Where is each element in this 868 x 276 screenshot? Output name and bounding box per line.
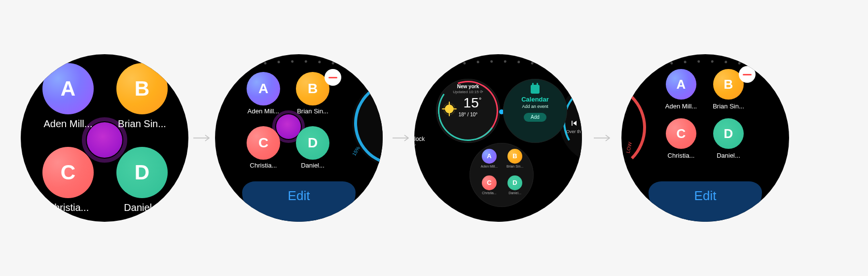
watch-screen-edit-widget: k 15% A Aden Mill... B Brian Sin... C Ch… bbox=[215, 54, 383, 222]
activity-ring-icon bbox=[354, 81, 383, 166]
avatar-a: A bbox=[482, 149, 497, 164]
contact-a-label: Aden Mill... bbox=[659, 103, 703, 110]
music-track-label: Over th bbox=[566, 129, 581, 134]
remove-widget-button[interactable] bbox=[739, 66, 756, 83]
contact-a: A Aden Mill... bbox=[240, 72, 287, 115]
contact-c: C Christia... bbox=[659, 118, 703, 159]
stage: A Aden Mill... B Brian Sin... C Christia… bbox=[0, 0, 868, 276]
page-indicator bbox=[414, 60, 582, 63]
widget-weather[interactable]: New york Updated 10:15 ⟳ 15° 18° / 10° bbox=[436, 79, 500, 143]
peek-clock-title: clock bbox=[414, 136, 425, 142]
contact-c: C Christia... bbox=[240, 126, 287, 169]
contact-b-label: Brian Sin... bbox=[289, 107, 336, 115]
contact-d-label: Daniel... bbox=[706, 152, 751, 159]
contact-a-label: Aden Mill... bbox=[34, 118, 103, 130]
contact-b-label: Brian Sin... bbox=[706, 103, 751, 110]
avatar-c: C bbox=[247, 126, 280, 160]
page-indicator bbox=[215, 60, 383, 63]
avatar-a: A bbox=[247, 72, 280, 105]
calendar-icon bbox=[531, 85, 540, 94]
contact-c-label: Christia... bbox=[34, 202, 103, 213]
arrow-right-icon bbox=[594, 134, 612, 142]
contact-a[interactable]: A Aden Mill... bbox=[34, 63, 103, 130]
edit-button[interactable]: Edit bbox=[242, 181, 356, 222]
previous-track-icon[interactable] bbox=[569, 118, 579, 128]
contact-b-label: Brian Sin... bbox=[502, 165, 528, 168]
avatar-c: C bbox=[666, 118, 696, 149]
avatar-d: D bbox=[713, 118, 744, 149]
contact-d-label: Daniel... bbox=[289, 162, 336, 169]
calendar-title: Calendar bbox=[503, 96, 567, 103]
avatar-a: A bbox=[42, 63, 94, 114]
contacts-grid: A Aden Mill... B Brian Sin... C Christia… bbox=[21, 54, 188, 222]
page-indicator bbox=[621, 60, 789, 63]
peek-clock-sub: ity bbox=[414, 142, 425, 147]
contacts-grid[interactable]: A Aden Mill... B Brian Sin... C Christia… bbox=[233, 72, 341, 180]
contact-b-label: Brian Sin... bbox=[108, 118, 177, 130]
calendar-add-button[interactable]: Add bbox=[524, 113, 546, 122]
avatar-b: B bbox=[507, 149, 522, 164]
avatar-b: B bbox=[116, 63, 168, 114]
arrow-right-icon bbox=[193, 134, 211, 142]
avatar-d: D bbox=[116, 147, 168, 198]
calendar-subtitle: Add an event bbox=[503, 104, 567, 109]
avatar-d: D bbox=[296, 126, 329, 160]
contact-c-label: Christia... bbox=[240, 162, 287, 169]
avatar-a: A bbox=[666, 69, 696, 100]
arrow-right-icon bbox=[393, 134, 410, 142]
contact-c-label: Christia... bbox=[659, 152, 703, 159]
avatar-c: C bbox=[482, 175, 497, 190]
widget-calendar[interactable]: Calendar Add an event Add bbox=[503, 79, 567, 143]
contact-d: D Daniel... bbox=[706, 118, 751, 159]
avatar-d: D bbox=[507, 175, 522, 190]
peek-activity-ring[interactable]: 15% bbox=[352, 79, 383, 168]
avatar-c: C bbox=[42, 147, 94, 198]
sun-icon bbox=[445, 104, 454, 113]
contact-b[interactable]: B Brian Sin... bbox=[108, 63, 177, 130]
peek-low-arc bbox=[621, 83, 646, 172]
watch-screen-contacts: A Aden Mill... B Brian Sin... C Christia… bbox=[21, 54, 188, 222]
contact-d[interactable]: D Daniel... bbox=[108, 147, 177, 213]
contact-c-label: Christia... bbox=[476, 191, 502, 195]
contact-a: A Aden Mill... bbox=[659, 69, 703, 110]
contact-a-label: Aden Mill... bbox=[476, 165, 502, 168]
contact-c[interactable]: C Christia... bbox=[34, 147, 103, 213]
contact-d-label: Daniel... bbox=[502, 191, 528, 195]
volume-icon bbox=[571, 94, 579, 102]
peek-clock-widget[interactable]: clock ity bbox=[414, 136, 425, 147]
widget-contacts-mini[interactable]: AAden Mill... BBrian Sin... CChristia...… bbox=[470, 143, 534, 207]
edit-button[interactable]: Edit bbox=[649, 181, 762, 222]
contact-a-label: Aden Mill... bbox=[240, 107, 287, 115]
watch-screen-widgets-carousel: clock ity Over th New york Updated 10:15… bbox=[414, 54, 582, 222]
activity-ring-percent: 15% bbox=[351, 145, 361, 157]
remove-widget-button[interactable] bbox=[325, 69, 341, 86]
contact-d: D Daniel... bbox=[289, 126, 336, 169]
contact-d-label: Daniel... bbox=[108, 202, 177, 213]
watch-screen-edit-widget-2: LOW A Aden Mill... B Brian Sin... C Chri… bbox=[621, 54, 789, 222]
